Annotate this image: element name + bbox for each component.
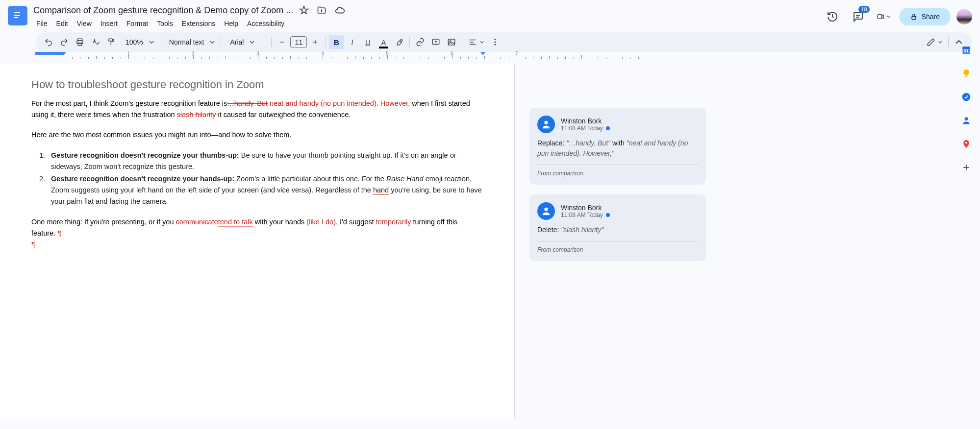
comment-body: Delete: "slash hilarity": [537, 225, 698, 235]
menu-insert[interactable]: Insert: [97, 18, 122, 29]
font-decrease-button[interactable]: [275, 35, 289, 49]
ordered-list: Gesture recognition doesn't recognize yo…: [47, 150, 483, 208]
menu-format[interactable]: Format: [123, 18, 152, 29]
docs-logo[interactable]: [8, 6, 27, 25]
paragraph: For the most part, I think Zoom's gestur…: [31, 98, 483, 120]
editing-mode-button[interactable]: [924, 38, 945, 47]
font-size-input[interactable]: 11: [290, 36, 307, 48]
comment-card[interactable]: Winston Bork 11:08 AM Today Delete: "sla…: [529, 194, 706, 261]
comments-panel: Winston Bork 11:08 AM Today Replace: "…h…: [515, 64, 980, 419]
ruler[interactable]: 1234567: [35, 52, 980, 64]
contacts-icon[interactable]: [961, 116, 971, 125]
menu-help[interactable]: Help: [220, 18, 242, 29]
menu-edit[interactable]: Edit: [52, 18, 72, 29]
paint-format-button[interactable]: [104, 35, 119, 49]
svg-text:31: 31: [964, 48, 969, 53]
list-item: Gesture recognition doesn't recognize yo…: [47, 173, 483, 208]
document-title[interactable]: Comparison of Zoom gesture recognition &…: [33, 5, 293, 16]
meet-button[interactable]: [874, 7, 893, 26]
comment-card[interactable]: Winston Bork 11:08 AM Today Replace: "…h…: [529, 108, 706, 185]
print-button[interactable]: [73, 35, 87, 49]
svg-point-24: [495, 44, 496, 46]
svg-rect-0: [14, 12, 20, 13]
comment-source: From comparison: [537, 165, 698, 177]
svg-rect-17: [449, 39, 455, 45]
comment-count-badge: 18: [858, 6, 869, 13]
comment-source: From comparison: [537, 241, 698, 253]
comment-time: 11:08 AM Today: [561, 125, 610, 132]
paragraph: Here are the two most common issues you …: [31, 129, 483, 141]
avatar-icon: [537, 202, 555, 220]
calendar-icon[interactable]: 31: [961, 45, 971, 55]
move-icon[interactable]: [317, 5, 327, 15]
highlight-button[interactable]: [392, 35, 406, 49]
zoom-selector[interactable]: 100%: [120, 38, 157, 46]
menu-view[interactable]: View: [73, 18, 96, 29]
cloud-status-icon[interactable]: [334, 5, 345, 16]
maps-icon[interactable]: [961, 139, 971, 149]
redo-button[interactable]: [57, 35, 72, 49]
menu-extensions[interactable]: Extensions: [178, 18, 219, 29]
more-button[interactable]: [488, 35, 503, 49]
svg-rect-2: [14, 17, 18, 18]
paragraph: One more thing: If you're presenting, or…: [31, 216, 483, 251]
document-heading: How to troubleshoot gesture recognition …: [31, 78, 483, 91]
keep-icon[interactable]: [961, 69, 971, 78]
align-button[interactable]: [465, 38, 487, 47]
svg-rect-10: [109, 39, 113, 41]
svg-rect-5: [878, 15, 881, 19]
bold-button[interactable]: B: [329, 35, 344, 49]
svg-point-22: [495, 39, 496, 40]
svg-point-30: [962, 93, 971, 101]
side-panel: 31: [953, 39, 980, 172]
account-avatar[interactable]: [956, 9, 972, 24]
share-label: Share: [922, 13, 940, 21]
menu-accessibility[interactable]: Accessibility: [243, 18, 288, 29]
comment-time: 11:08 AM Today: [561, 212, 610, 218]
tasks-icon[interactable]: [961, 92, 971, 102]
menu-bar: File Edit View Insert Format Tools Exten…: [31, 17, 819, 32]
avatar-icon: [537, 116, 555, 133]
svg-point-26: [544, 208, 548, 211]
list-item: Gesture recognition doesn't recognize yo…: [47, 150, 483, 172]
link-button[interactable]: [413, 35, 427, 49]
style-selector[interactable]: Normal text: [163, 38, 218, 46]
svg-point-23: [495, 42, 496, 43]
svg-rect-1: [14, 15, 20, 16]
document-canvas[interactable]: How to troubleshoot gesture recognition …: [0, 64, 515, 419]
image-button[interactable]: [444, 35, 459, 49]
history-icon[interactable]: [823, 7, 842, 26]
share-button[interactable]: Share: [899, 8, 951, 25]
menu-tools[interactable]: Tools: [153, 18, 177, 29]
spellcheck-button[interactable]: [88, 35, 103, 49]
underline-button[interactable]: U: [360, 35, 375, 49]
comment-body: Replace: "…handy. But" with "neat and ha…: [537, 138, 698, 159]
menu-file[interactable]: File: [32, 18, 51, 29]
undo-button[interactable]: [41, 35, 56, 49]
star-icon[interactable]: [299, 5, 309, 15]
text-color-button[interactable]: A: [376, 35, 391, 49]
add-panel-icon[interactable]: [961, 163, 971, 172]
svg-point-25: [544, 121, 548, 124]
comments-icon[interactable]: 18: [848, 7, 868, 26]
svg-point-31: [965, 117, 968, 120]
comment-author: Winston Bork: [561, 117, 610, 125]
font-increase-button[interactable]: [308, 35, 323, 49]
add-comment-button[interactable]: [428, 35, 443, 49]
italic-button[interactable]: I: [345, 35, 359, 49]
svg-rect-6: [912, 16, 916, 19]
font-selector[interactable]: Arial: [224, 38, 268, 46]
toolbar: 100% Normal text Arial 11 B I U A: [35, 32, 972, 52]
svg-point-32: [965, 142, 967, 143]
comment-author: Winston Bork: [561, 204, 610, 212]
